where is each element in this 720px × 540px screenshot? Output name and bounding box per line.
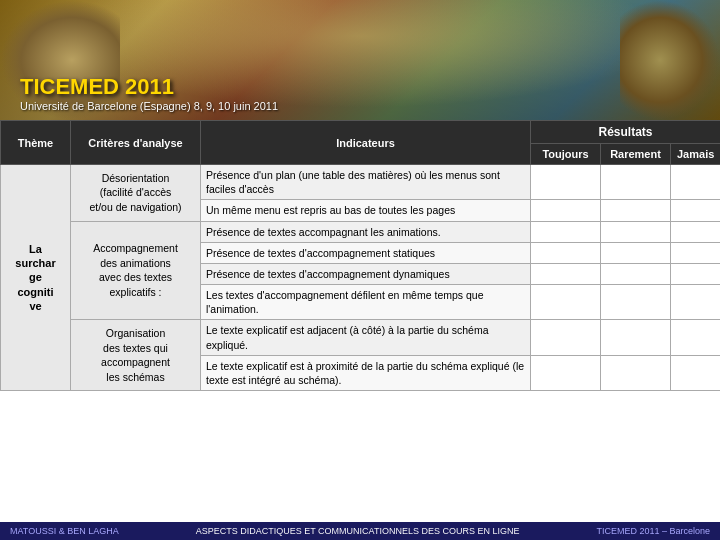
result-rarement	[601, 355, 671, 390]
indicator-cell: Le texte explicatif est à proximité de l…	[201, 355, 531, 390]
criteria-cell-2: Accompagnementdes animationsavec des tex…	[71, 221, 201, 320]
result-toujours	[531, 263, 601, 284]
indicator-cell: Présence de textes d'accompagnement dyna…	[201, 263, 531, 284]
result-rarement	[601, 242, 671, 263]
conference-title: TICEMED 2011	[20, 74, 278, 100]
result-jamais	[671, 320, 721, 355]
criteria-cell-3: Organisationdes textes quiaccompagnentle…	[71, 320, 201, 391]
result-jamais	[671, 355, 721, 390]
indicator-cell: Le texte explicatif est adjacent (à côté…	[201, 320, 531, 355]
result-jamais	[671, 263, 721, 284]
result-jamais	[671, 285, 721, 320]
result-rarement	[601, 165, 671, 200]
footer-right: TICEMED 2011 – Barcelone	[596, 526, 710, 536]
indicator-cell: Les textes d'accompagnement défilent en …	[201, 285, 531, 320]
footer-left: MATOUSSI & BEN LAGHA	[10, 526, 119, 536]
result-toujours	[531, 200, 601, 221]
result-toujours	[531, 320, 601, 355]
result-rarement	[601, 285, 671, 320]
criteria-cell-1: Désorientation(facilité d'accèset/ou de …	[71, 165, 201, 222]
header-banner: TICEMED 2011 Université de Barcelone (Es…	[0, 0, 720, 120]
results-span-header: Résultats	[531, 121, 721, 144]
result-toujours	[531, 221, 601, 242]
arch-right-decoration	[620, 0, 720, 120]
result-toujours	[531, 165, 601, 200]
result-jamais	[671, 242, 721, 263]
result-rarement	[601, 263, 671, 284]
indicator-cell: Présence d'un plan (une table des matièr…	[201, 165, 531, 200]
rarement-header: Rarement	[601, 144, 671, 165]
analysis-table: Thème Critères d'analyse Indicateurs Rés…	[0, 120, 720, 391]
result-rarement	[601, 320, 671, 355]
theme-cell: Lasurchargecognitive	[1, 165, 71, 391]
result-rarement	[601, 200, 671, 221]
indicator-cell: Un même menu est repris au bas de toutes…	[201, 200, 531, 221]
result-jamais	[671, 165, 721, 200]
table-row: Lasurchargecognitive Désorientation(faci…	[1, 165, 721, 200]
toujours-header: Toujours	[531, 144, 601, 165]
result-toujours	[531, 355, 601, 390]
footer-center: ASPECTS DIDACTIQUES ET COMMUNICATIONNELS…	[119, 526, 597, 536]
footer-bar: MATOUSSI & BEN LAGHA ASPECTS DIDACTIQUES…	[0, 522, 720, 540]
result-jamais	[671, 221, 721, 242]
indicators-header: Indicateurs	[201, 121, 531, 165]
jamais-header: Jamais	[671, 144, 721, 165]
result-toujours	[531, 242, 601, 263]
theme-header: Thème	[1, 121, 71, 165]
table-row: Accompagnementdes animationsavec des tex…	[1, 221, 721, 242]
table-row: Organisationdes textes quiaccompagnentle…	[1, 320, 721, 355]
result-jamais	[671, 200, 721, 221]
indicator-cell: Présence de textes d'accompagnement stat…	[201, 242, 531, 263]
main-content: Thème Critères d'analyse Indicateurs Rés…	[0, 120, 720, 391]
conference-subtitle: Université de Barcelone (Espagne) 8, 9, …	[20, 100, 278, 112]
criteria-header: Critères d'analyse	[71, 121, 201, 165]
indicator-cell: Présence de textes accompagnant les anim…	[201, 221, 531, 242]
header-text: TICEMED 2011 Université de Barcelone (Es…	[20, 74, 278, 112]
result-toujours	[531, 285, 601, 320]
result-rarement	[601, 221, 671, 242]
results-header-row: Thème Critères d'analyse Indicateurs Rés…	[1, 121, 721, 144]
